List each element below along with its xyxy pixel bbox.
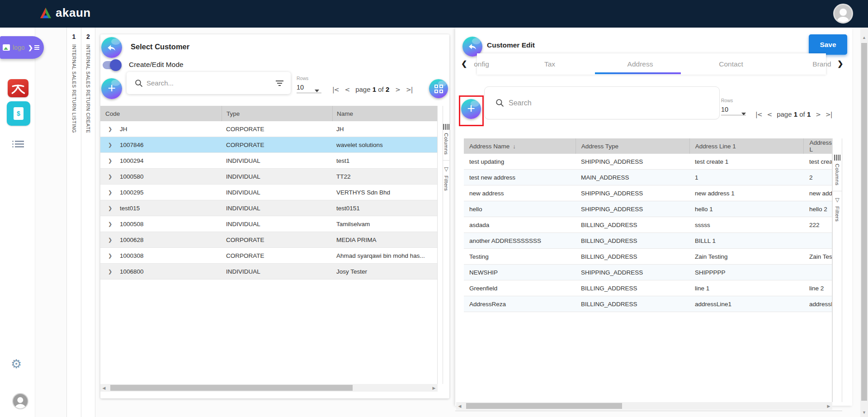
scroll-right-arrow-icon[interactable]: ▶ [825,402,832,410]
table-row[interactable]: another ADDRESSSSSSSBILLING_ADDRESSBILLL… [464,233,832,249]
column-header-address-type[interactable]: Address Type [576,138,689,154]
sort-desc-icon[interactable]: ↓ [513,143,516,150]
tab-contact[interactable]: Contact [719,60,743,68]
workspace-tab-1[interactable]: 1 INTERNAL SALES RETURN LISTING [66,28,81,417]
sidebar-collapse-icon[interactable]: ❯ [28,44,39,51]
last-page-button[interactable]: >| [406,86,412,93]
cell-type: CORPORATE [222,237,332,243]
row-expand-chevron-icon[interactable]: ❯ [100,142,120,148]
row-expand-chevron-icon[interactable]: ❯ [100,174,120,180]
row-expand-chevron-icon[interactable]: ❯ [100,205,120,211]
scroll-right-arrow-icon[interactable]: ▶ [430,384,438,392]
tab-tax[interactable]: Tax [544,60,555,68]
column-header-type[interactable]: Type [222,106,332,121]
add-customer-button[interactable]: + [101,78,122,99]
scrollbar-thumb[interactable] [861,43,867,401]
table-row[interactable]: ❯1000508INDIVIDUALTamilselvam [100,216,437,232]
rows-dropdown-arrow-icon[interactable] [315,90,319,92]
row-expand-chevron-icon[interactable]: ❯ [100,221,120,227]
rows-value[interactable]: 10 [721,106,746,113]
table-row[interactable]: ❯1000294INDIVIDUALtest1 [100,153,437,169]
first-page-button[interactable]: |< [755,111,762,118]
table-row[interactable]: NEWSHIPSHIPPING_ADDRESSSHIPPPPP [464,265,832,280]
filters-option[interactable]: Filters [835,206,840,222]
columns-option[interactable]: Columns [835,164,840,185]
scroll-up-arrow-icon[interactable]: ▲ [860,34,868,41]
user-avatar[interactable] [833,4,853,24]
rows-dropdown-arrow-icon[interactable] [741,113,746,115]
table-row[interactable]: new addressSHIPPING_ADDRESSnew address 1… [464,185,832,201]
table-row[interactable]: ❯1000308CORPORATEAhmad syarqawi bin mohd… [100,248,437,264]
filters-option[interactable]: Filters [443,175,449,191]
column-header-address-name[interactable]: Address Name↓ [464,138,576,154]
table-row[interactable]: ❯1000295INDIVIDUALVERTHYS Sdn Bhd [100,185,437,200]
workspace-tab-2[interactable]: 2 INTERNAL SALES RETURN CREATE [81,28,95,417]
tabs-scroll-left-icon[interactable]: ❮ [461,59,467,68]
back-button[interactable] [101,37,122,58]
add-address-button[interactable]: + [461,99,481,119]
column-header-address-line2[interactable]: Address L [803,138,832,154]
table-row[interactable]: ❯1006800INDIVIDUALJosy Tester [100,264,437,280]
table-row[interactable]: asdadaBILLING_ADDRESSsssss222 [464,217,832,233]
next-page-button[interactable]: > [816,111,821,118]
cell-code: 1000580 [120,173,222,180]
scroll-down-arrow-icon[interactable]: ▼ [860,409,868,416]
tab-brand[interactable]: Brand [812,60,831,68]
filters-funnel-icon[interactable]: ▽ [444,166,448,172]
sidebar-logo-pill[interactable]: logo ❯ [0,36,44,59]
address-search-input[interactable] [509,99,710,107]
table-row[interactable]: ❯JHCORPORATEJH [100,121,437,137]
table-row[interactable]: GreenfieldBILLING_ADDRESSline 1line 2 [464,280,832,296]
cell-address-line1: sssss [689,222,804,228]
row-expand-chevron-icon[interactable]: ❯ [100,237,120,243]
table-row[interactable]: test updatingSHIPPING_ADDRESStest create… [464,154,832,170]
cell-address-name: hello [464,206,576,213]
customer-search-input[interactable] [146,79,272,87]
row-expand-chevron-icon[interactable]: ❯ [100,126,120,132]
next-page-button[interactable]: > [395,86,400,93]
list-menu-icon[interactable] [12,139,24,149]
scroll-left-arrow-icon[interactable]: ◀ [100,384,108,392]
app-icon-red[interactable] [8,79,28,97]
table-row[interactable]: test new addressMAIN_ADDRESS12 [464,170,832,185]
prev-page-button[interactable]: < [344,86,349,93]
row-expand-chevron-icon[interactable]: ❯ [100,253,120,259]
prev-page-button[interactable]: < [767,111,772,118]
sidebar-profile-icon[interactable] [12,393,28,409]
back-arrow-icon [468,43,477,51]
save-button[interactable]: Save [809,34,847,55]
row-expand-chevron-icon[interactable]: ❯ [100,158,120,164]
settings-gear-icon[interactable]: ⚙ [11,358,22,370]
table-row[interactable]: ❯1000628CORPORATEMEDIA PRIMA [100,232,437,248]
table-row[interactable]: ❯test015INDIVIDUALtest0151 [100,200,437,216]
row-expand-chevron-icon[interactable]: ❯ [100,269,120,275]
table-row[interactable]: helloSHIPPING_ADDRESShello 1hello 2 [464,201,832,217]
row-expand-chevron-icon[interactable]: ❯ [100,190,120,195]
create-edit-mode-toggle[interactable] [103,61,120,69]
first-page-button[interactable]: |< [332,86,339,93]
columns-drag-icon[interactable] [443,124,449,130]
columns-drag-icon[interactable] [834,155,840,161]
horizontal-scrollbar[interactable]: ◀ ▶ [100,384,438,392]
tab-config[interactable]: onfig [474,60,489,68]
columns-option[interactable]: Columns [443,133,449,155]
scrollbar-thumb[interactable] [110,385,353,391]
tab-address[interactable]: Address [627,60,653,68]
tabs-scroll-right-icon[interactable]: ❯ [837,59,843,68]
scroll-left-arrow-icon[interactable]: ◀ [456,402,463,410]
column-header-address-line1[interactable]: Address Line 1 [689,138,804,154]
column-header-code[interactable]: Code [100,106,222,121]
app-icon-document-dollar[interactable]: $ [7,101,30,126]
scrollbar-thumb[interactable] [466,403,622,409]
last-page-button[interactable]: >| [826,111,832,118]
column-header-name[interactable]: Name [332,106,437,121]
table-row[interactable]: TestingBILLING_ADDRESSZain TestingZain T… [464,249,832,265]
page-vertical-scrollbar[interactable]: ▲ ▼ [860,28,868,417]
filter-list-icon[interactable] [276,81,283,86]
table-row[interactable]: ❯1007846CORPORATEwavelet solutions [100,137,437,153]
horizontal-scrollbar[interactable]: ◀ ▶ [456,402,832,410]
table-row[interactable]: ❯1000580INDIVIDUALTT22 [100,169,437,185]
filters-funnel-icon[interactable]: ▽ [835,197,839,203]
grid-view-button[interactable] [429,79,448,98]
table-row[interactable]: AddressRezaBILLING_ADDRESSaddressLine1ad… [464,296,832,312]
